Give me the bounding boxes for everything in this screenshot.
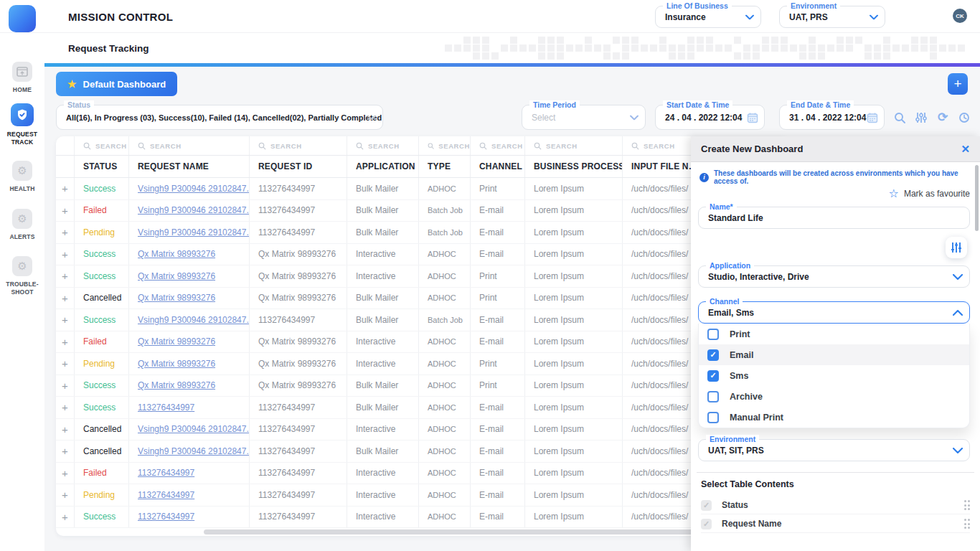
request-name-link[interactable]: 113276434997 (138, 512, 194, 522)
row-expander-button[interactable]: + (56, 463, 75, 484)
row-expander-button[interactable]: + (56, 309, 75, 331)
request-name-link[interactable]: Vsingh9 P300946 29102847... (138, 205, 250, 215)
calendar-icon[interactable] (747, 112, 758, 123)
type-cell: ADHOC (419, 441, 471, 462)
column-search-input[interactable]: SEARCH (347, 136, 419, 155)
history-clock-icon[interactable] (957, 110, 971, 125)
panel-filter-sliders-button[interactable] (946, 237, 967, 258)
status-cell: Failed (75, 200, 129, 222)
row-expander-button[interactable]: + (56, 222, 75, 243)
table-row: + Pending Vsingh9 P300946 29102847... 11… (56, 222, 789, 244)
sidebar-item-request-track[interactable]: REQUEST TRACK (0, 103, 44, 147)
calendar-icon[interactable] (867, 112, 878, 123)
row-expander-button[interactable]: + (56, 397, 75, 418)
request-name-link[interactable]: 113276434997 (138, 490, 194, 500)
column-search-input[interactable]: SEARCH (75, 136, 129, 155)
type-cell: ADHOC (419, 397, 471, 418)
row-expander-button[interactable]: + (56, 244, 75, 265)
horizontal-scrollbar[interactable] (204, 529, 706, 534)
sidebar-item-home[interactable]: HOME (0, 62, 44, 94)
row-expander-button[interactable]: + (56, 200, 75, 222)
channel-option[interactable]: Print (699, 324, 969, 344)
line-of-business-select[interactable]: Line Of Business Insurance (655, 6, 761, 28)
table-content-item[interactable]: ✓ Request Name (701, 515, 970, 533)
status-cell: Pending (75, 484, 129, 506)
filter-sliders-icon[interactable] (914, 110, 928, 125)
channel-option[interactable]: Manual Print (699, 407, 969, 428)
table-body: + Success Vsingh9 P300946 29102847... 11… (56, 178, 789, 528)
row-expander-button[interactable]: + (56, 375, 75, 397)
request-name-link[interactable]: 113276434997 (138, 468, 194, 478)
column-search-input[interactable]: SEARCH (525, 136, 623, 155)
environment-select[interactable]: Environment UAT, PRS (779, 6, 885, 28)
refresh-icon[interactable]: ⟳ (936, 110, 950, 125)
request-name-link[interactable]: Qx Matrix 98993276 (138, 293, 215, 303)
dashboard-name-field[interactable]: Name* Standard Life (698, 207, 970, 229)
app-logo[interactable] (9, 5, 36, 32)
row-expander-button[interactable]: + (56, 288, 75, 309)
business-process-cell: Lorem Ipsum (525, 375, 623, 397)
column-search-input[interactable]: SEARCH (129, 136, 250, 155)
request-name-link[interactable]: Qx Matrix 98993276 (138, 336, 215, 347)
request-name-link[interactable]: 113276434997 (138, 402, 194, 413)
close-icon[interactable]: ✕ (961, 143, 970, 156)
time-period-select[interactable]: Time Period Select (522, 105, 646, 130)
checkbox[interactable] (707, 329, 719, 340)
request-name-link[interactable]: Qx Matrix 98993276 (138, 249, 215, 259)
environment-multiselect[interactable]: Environment UAT, SIT, PRS (698, 439, 970, 461)
request-name-link[interactable]: Vsingh9 P300946 29102847... (138, 446, 250, 456)
default-dashboard-button[interactable]: ★ Default Dashboard (56, 72, 177, 96)
panel-scrollbar[interactable] (975, 165, 979, 231)
checkbox[interactable]: ✓ (707, 370, 719, 382)
sidebar-item-health[interactable]: ⚙ HEALTH (0, 161, 44, 193)
row-expander-button[interactable]: + (56, 484, 75, 506)
status-filter-select[interactable]: Status All(16), In Progress (03), Succes… (56, 105, 383, 130)
request-name-link[interactable]: Vsingh9 P300946 29102847... (138, 227, 250, 237)
sidebar-item-troubleshoot[interactable]: ⚙ TROUBLE-SHOOT (0, 256, 44, 297)
user-avatar[interactable]: CK (953, 9, 967, 23)
row-expander-button[interactable]: + (56, 419, 75, 441)
table-row: + Pending 113276434997 113276434997 Inte… (56, 484, 789, 507)
drag-handle-icon[interactable] (964, 500, 971, 510)
request-name-link[interactable]: Qx Matrix 98993276 (138, 271, 215, 281)
column-search-input[interactable]: SEARCH (471, 136, 525, 155)
application-cell: Interactive (347, 244, 419, 265)
row-expander-button[interactable]: + (56, 178, 75, 199)
column-search-input[interactable]: SEARCH (419, 136, 471, 155)
checkbox[interactable] (707, 412, 719, 423)
channel-multiselect[interactable]: Channel Email, Sms (698, 301, 970, 324)
add-dashboard-button[interactable]: + (948, 73, 968, 95)
start-date-field[interactable]: Start Date & Time 24 . 04 . 2022 12:04 (655, 105, 765, 130)
request-name-link[interactable]: Qx Matrix 98993276 (138, 359, 215, 369)
table-content-item[interactable]: ✓ Status (701, 496, 970, 514)
checkbox[interactable]: ✓ (707, 349, 719, 361)
channel-option[interactable]: ✓ Email (699, 344, 969, 365)
channel-cell: Print (471, 288, 525, 309)
channel-option[interactable]: Archive (699, 386, 969, 407)
mark-as-favourite[interactable]: ☆ Mark as favourite (889, 188, 970, 199)
checkbox[interactable] (707, 391, 719, 402)
search-placeholder: SEARCH (491, 142, 523, 150)
row-expander-button[interactable]: + (56, 331, 75, 353)
search-icon[interactable] (892, 110, 907, 125)
sidebar-item-alerts[interactable]: ⚙ ALERTS (0, 209, 44, 241)
header-cell-type: TYPE (419, 156, 471, 177)
sidebar-item-label: TROUBLE-SHOOT (2, 281, 42, 297)
end-date-field[interactable]: End Date & Time 31 . 04 . 2022 12:04 (779, 105, 885, 130)
application-cell: Interactive (347, 265, 419, 287)
sidebar-item-label: HOME (2, 86, 42, 94)
channel-option[interactable]: ✓ Sms (699, 365, 969, 386)
request-name-link[interactable]: Vsingh9 P300946 29102847... (138, 424, 250, 434)
status-cell: Cancelled (75, 419, 129, 441)
request-name-link[interactable]: Vsingh9 P300946 29102847... (138, 184, 250, 194)
row-expander-button[interactable]: + (56, 353, 75, 375)
request-name-link[interactable]: Qx Matrix 98993276 (138, 380, 215, 390)
request-name-link[interactable]: Vsingh9 P300946 29102847... (138, 315, 250, 325)
chevron-down-icon (953, 448, 963, 453)
row-expander-button[interactable]: + (56, 441, 75, 462)
application-multiselect[interactable]: Application Studio, Interactive, Drive (698, 265, 970, 288)
column-search-input[interactable]: SEARCH (250, 136, 347, 155)
row-expander-button[interactable]: + (56, 265, 75, 287)
row-expander-button[interactable]: + (56, 507, 75, 528)
drag-handle-icon[interactable] (964, 519, 971, 529)
